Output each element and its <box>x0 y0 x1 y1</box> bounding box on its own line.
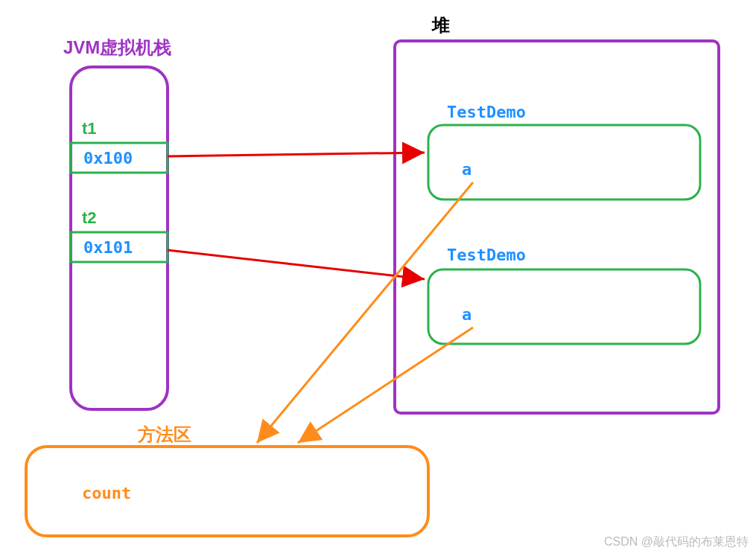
watermark: CSDN @敲代码的布莱恩特 <box>604 534 749 550</box>
heap-obj2-field: a <box>462 305 471 324</box>
heap-obj2-class: TestDemo <box>447 246 526 264</box>
t2-label: t2 <box>82 208 97 228</box>
t2-value: 0x101 <box>83 238 133 257</box>
t1-value: 0x100 <box>83 149 133 167</box>
heap-box <box>395 41 719 413</box>
method-area-title: 方法区 <box>138 423 191 447</box>
heap-obj1-class: TestDemo <box>447 103 526 121</box>
diagram-svg <box>0 0 756 556</box>
heap-obj1-field: a <box>462 160 471 179</box>
arrow-t2-obj2 <box>168 250 425 279</box>
method-area-field: count <box>82 484 131 502</box>
arrow-t1-obj1 <box>168 153 425 156</box>
heap-title: 堆 <box>432 13 450 37</box>
stack-title: JVM虚拟机栈 <box>63 36 171 60</box>
arrow-obj1-count <box>257 182 473 443</box>
t1-label: t1 <box>82 119 97 138</box>
arrow-obj2-count <box>298 327 473 443</box>
